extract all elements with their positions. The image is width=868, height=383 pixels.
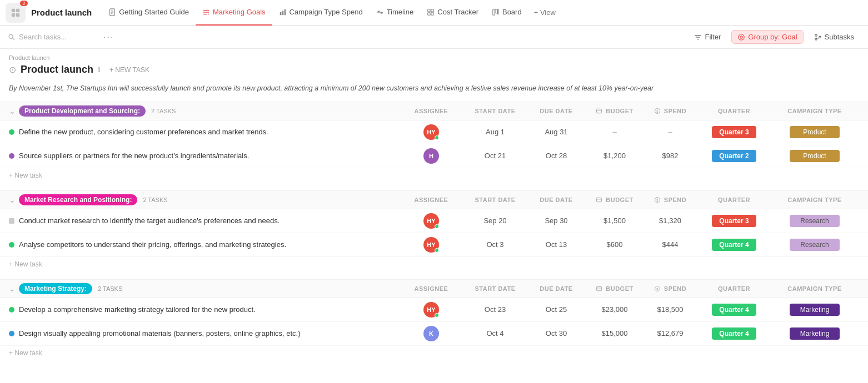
col-header-start-date: START DATE: [465, 285, 526, 292]
avatar[interactable]: H: [423, 148, 439, 164]
svg-point-33: [819, 36, 821, 38]
filter-btn[interactable]: Filter: [688, 30, 727, 44]
col-header-start-date: START DATE: [465, 108, 526, 114]
project-title[interactable]: Product launch: [28, 8, 95, 17]
goal-tag[interactable]: Product Development and Sourcing:: [19, 105, 146, 117]
avatar[interactable]: HY: [423, 237, 439, 253]
avatar[interactable]: HY: [423, 302, 439, 318]
svg-text:$: $: [656, 198, 658, 201]
task-name: Design visually appealing promotional ma…: [19, 329, 301, 337]
info-icon[interactable]: ℹ: [98, 65, 101, 74]
campaign-badge[interactable]: Product: [790, 150, 840, 162]
task-budget: $1,200: [587, 152, 642, 160]
filter-label: Filter: [705, 33, 721, 41]
task-start-date: Oct 23: [465, 305, 526, 314]
campaign-badge[interactable]: Research: [790, 239, 840, 251]
add-view-label: + View: [534, 8, 556, 17]
section-collapse-btn[interactable]: ⌄: [9, 284, 16, 293]
col-header-spend: $SPEND: [642, 285, 698, 292]
tab-cost-tracker[interactable]: Cost Tracker: [420, 0, 485, 26]
more-options-btn[interactable]: ···: [101, 32, 116, 42]
quarter-badge[interactable]: Quarter 4: [712, 327, 756, 340]
campaign-badge[interactable]: Research: [790, 215, 840, 227]
svg-rect-1: [16, 8, 19, 12]
table-row[interactable]: Design visually appealing promotional ma…: [0, 322, 868, 346]
task-due-date: Oct 25: [526, 305, 587, 314]
goal-header-market-research: ⌄Market Research and Positioning:2 TASKS…: [0, 190, 868, 209]
quarter-badge[interactable]: Quarter 2: [712, 150, 756, 162]
task-spend: –: [642, 128, 698, 136]
new-task-btn[interactable]: + NEW TASK: [105, 65, 154, 75]
section-collapse-btn[interactable]: ⌄: [9, 195, 16, 204]
app-icon[interactable]: 2: [6, 3, 26, 23]
campaign-badge[interactable]: Product: [790, 126, 840, 138]
svg-rect-41: [597, 198, 602, 202]
svg-rect-14: [284, 9, 286, 15]
svg-rect-13: [282, 11, 283, 15]
svg-marker-11: [208, 13, 209, 14]
goal-tag[interactable]: Marketing Strategy:: [19, 283, 92, 294]
quarter-badge[interactable]: Quarter 3: [712, 215, 756, 227]
svg-rect-2: [12, 13, 15, 16]
task-budget: –: [587, 128, 642, 136]
goal-tag[interactable]: Market Research and Positioning:: [19, 194, 137, 205]
campaign-badge[interactable]: Marketing: [790, 327, 840, 340]
table-row[interactable]: Analyse competitors to understand their …: [0, 233, 868, 257]
table-row[interactable]: Develop a comprehensive marketing strate…: [0, 298, 868, 322]
tab-getting-started[interactable]: Getting Started Guide: [102, 0, 196, 26]
goal-section-market-research: ⌄Market Research and Positioning:2 TASKS…: [0, 190, 868, 274]
task-name: Define the new product, considering cust…: [19, 128, 268, 136]
svg-rect-17: [381, 12, 383, 14]
task-budget: $1,500: [587, 216, 642, 225]
campaign-badge[interactable]: Marketing: [790, 304, 840, 316]
table-row[interactable]: Source suppliers or partners for the new…: [0, 144, 868, 168]
col-header-budget: BUDGET: [587, 108, 642, 114]
doc-icon: [108, 8, 116, 16]
breadcrumb[interactable]: Product launch: [9, 54, 49, 61]
col-header-due-date: DUE DATE: [526, 285, 587, 292]
group-by-btn[interactable]: Group by: Goal: [731, 30, 803, 44]
avatar[interactable]: K: [423, 326, 439, 341]
quarter-badge[interactable]: Quarter 3: [712, 126, 756, 138]
tab-board-label: Board: [502, 8, 522, 16]
tab-timeline[interactable]: Timeline: [370, 0, 421, 26]
subtasks-btn[interactable]: Subtasks: [808, 30, 860, 44]
timeline-icon: [376, 8, 384, 16]
task-start-date: Aug 1: [465, 128, 526, 136]
quarter-badge[interactable]: Quarter 4: [712, 239, 756, 251]
quarter-badge[interactable]: Quarter 4: [712, 304, 756, 316]
collapse-btn[interactable]: ⊙: [9, 64, 16, 75]
svg-line-26: [12, 38, 14, 39]
task-budget: $15,000: [587, 329, 642, 337]
goal-header-marketing-strategy: ⌄Marketing Strategy:2 TASKSASSIGNEESTART…: [0, 279, 868, 298]
col-header-quarter: QUARTER: [698, 108, 770, 114]
subtasks-icon: [814, 33, 822, 41]
col-header-budget: BUDGET: [587, 196, 642, 203]
new-task-row[interactable]: + New task: [0, 346, 868, 362]
tab-campaign-type-spend[interactable]: Campaign Type Spend: [272, 0, 370, 26]
task-due-date: Sep 30: [526, 216, 587, 225]
section-collapse-btn[interactable]: ⌄: [9, 107, 16, 115]
tasks-count: 2 TASKS: [98, 285, 122, 292]
avatar[interactable]: HY: [423, 213, 439, 229]
new-task-row[interactable]: + New task: [0, 168, 868, 185]
search-box[interactable]: Search tasks...: [8, 33, 97, 41]
svg-rect-0: [12, 8, 15, 12]
table-row[interactable]: Conduct market research to identify the …: [0, 209, 868, 233]
table-row[interactable]: Define the new product, considering cust…: [0, 120, 868, 144]
add-view-btn[interactable]: + View: [528, 8, 561, 17]
col-header-campaign-type: CAMPAIGN TYPE: [770, 285, 859, 292]
avatar[interactable]: HY: [423, 124, 439, 140]
col-header-spend: $SPEND: [642, 108, 698, 114]
tab-board[interactable]: Board: [485, 0, 528, 26]
tab-marketing-goals[interactable]: Marketing Goals: [196, 0, 272, 26]
col-header-due-date: DUE DATE: [526, 108, 587, 114]
new-task-row[interactable]: + New task: [0, 257, 868, 274]
tab-timeline-label: Timeline: [387, 8, 414, 16]
goal-section-product-dev: ⌄Product Development and Sourcing:2 TASK…: [0, 102, 868, 185]
col-header-due-date: DUE DATE: [526, 196, 587, 203]
nav-badge: 2: [20, 1, 28, 6]
grid-icon: [427, 8, 435, 16]
task-name: Conduct market research to identify the …: [19, 216, 280, 225]
goal-section-marketing-strategy: ⌄Marketing Strategy:2 TASKSASSIGNEESTART…: [0, 279, 868, 362]
